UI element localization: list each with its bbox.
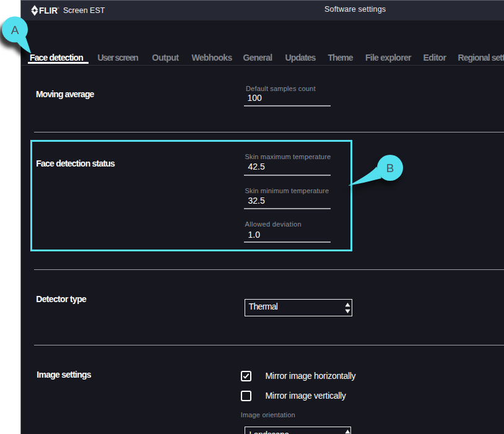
svg-text:B: B — [386, 162, 394, 175]
svg-text:A: A — [11, 24, 19, 37]
